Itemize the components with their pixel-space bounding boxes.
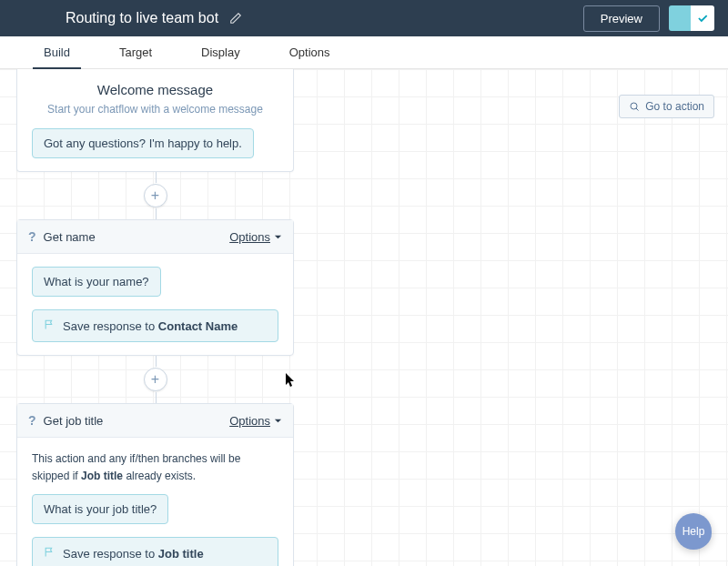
card-welcome[interactable]: Welcome message Start your chatflow with… [16, 69, 294, 172]
card-get-name[interactable]: ? Get name Options What is your name? Sa… [16, 219, 294, 356]
chevron-down-icon [274, 233, 282, 241]
goto-action-button[interactable]: Go to action [619, 95, 714, 118]
card-get-job-title[interactable]: ? Get job title Options This action and … [16, 403, 294, 566]
tab-bar: Build Target Display Options [0, 36, 728, 69]
save-action-group [669, 5, 714, 31]
card-options-dropdown[interactable]: Options [229, 230, 282, 244]
svg-point-0 [631, 103, 637, 109]
tab-build[interactable]: Build [33, 36, 81, 68]
flag-icon [44, 546, 56, 561]
options-label: Options [229, 230, 270, 244]
app-header: Routing to live team bot Preview [0, 0, 728, 36]
flag-icon [44, 318, 56, 333]
add-action-button[interactable]: + [144, 368, 167, 391]
save-response-text: Save response to Job title [63, 547, 204, 561]
get-job-prompt-chip[interactable]: What is your job title? [32, 494, 168, 524]
confirm-button[interactable] [691, 5, 714, 31]
skip-condition-text: This action and any if/then branches wil… [32, 450, 278, 485]
welcome-message-chip[interactable]: Got any questions? I'm happy to help. [32, 128, 254, 158]
page-title: Routing to live team bot [66, 10, 218, 26]
tab-options[interactable]: Options [278, 36, 341, 68]
save-response-bar[interactable]: Save response to Job title [32, 537, 278, 566]
save-response-text: Save response to Contact Name [63, 319, 238, 333]
goto-action-label: Go to action [645, 100, 704, 113]
card-options-dropdown[interactable]: Options [229, 414, 282, 428]
welcome-subtitle: Start your chatflow with a welcome messa… [32, 103, 278, 116]
chevron-down-icon [274, 417, 282, 425]
help-button[interactable]: Help [675, 513, 712, 550]
add-action-button[interactable]: + [144, 184, 167, 207]
connector-2: + [16, 356, 294, 403]
save-response-bar[interactable]: Save response to Contact Name [32, 309, 278, 342]
tab-target[interactable]: Target [108, 36, 163, 68]
welcome-title: Welcome message [32, 82, 278, 97]
question-icon: ? [28, 413, 36, 428]
cursor-pointer [286, 373, 297, 388]
tab-display[interactable]: Display [190, 36, 251, 68]
preview-button[interactable]: Preview [583, 5, 660, 32]
options-label: Options [229, 414, 270, 428]
dropdown-toggle[interactable] [669, 5, 691, 31]
get-name-title: Get name [44, 230, 96, 244]
get-name-prompt-chip[interactable]: What is your name? [32, 267, 161, 297]
edit-title-icon[interactable] [229, 12, 242, 25]
question-icon: ? [28, 229, 36, 244]
svg-line-1 [636, 108, 639, 111]
connector-1: + [16, 172, 294, 219]
get-job-title: Get job title [44, 414, 104, 428]
flow-canvas[interactable]: Go to action Welcome message Start your … [0, 69, 728, 566]
